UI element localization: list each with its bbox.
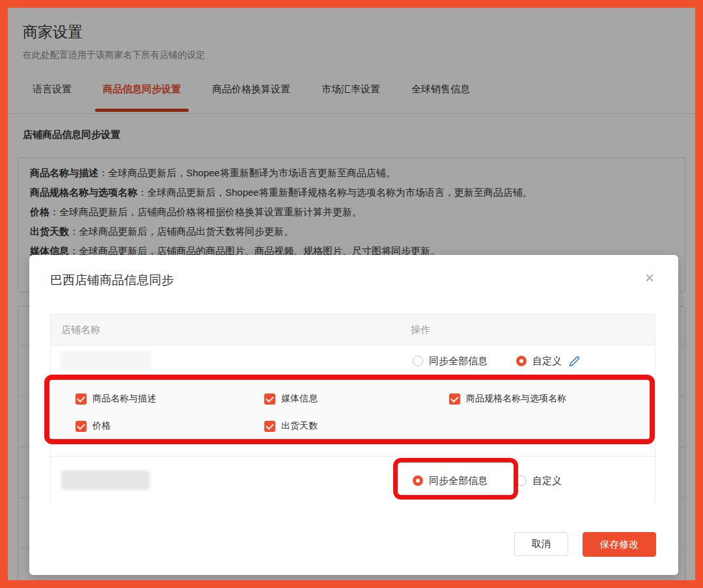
checkbox-checked-icon[interactable]	[76, 394, 87, 405]
store-sync-table: 店铺名称 操作 同步全部信息 自定义	[50, 314, 655, 504]
radio-selected-icon[interactable]	[516, 356, 527, 366]
row1-action-options: 同步全部信息 自定义	[413, 345, 580, 377]
close-icon[interactable]: ✕	[644, 272, 655, 284]
table-header: 店铺名称 操作	[51, 315, 655, 345]
custom-sync-checkbox-panel: 商品名称与描述 媒体信息 商品规格名称与选项名称 价格 出货天数	[51, 377, 655, 438]
row2-radio-custom[interactable]: 自定义	[516, 475, 562, 487]
checkbox-checked-icon[interactable]	[76, 421, 87, 432]
checkbox-media-info[interactable]: 媒体信息	[264, 393, 318, 405]
checkbox-variation-option-names[interactable]: 商品规格名称与选项名称	[449, 393, 566, 405]
row2-radio-sync-all[interactable]: 同步全部信息	[413, 475, 488, 487]
table-row-store-2: 同步全部信息 自定义	[51, 456, 655, 505]
save-changes-button[interactable]: 保存修改	[583, 532, 656, 557]
checkbox-days-to-ship[interactable]: 出货天数	[264, 420, 318, 432]
modal-footer: 取消 保存修改	[514, 532, 656, 557]
store-name-redacted	[60, 351, 151, 369]
column-header-action: 操作	[411, 315, 430, 345]
row2-action-options: 同步全部信息 自定义	[413, 457, 562, 505]
column-header-store-name: 店铺名称	[61, 315, 100, 345]
checkbox-price[interactable]: 价格	[76, 420, 111, 432]
checkbox-checked-icon[interactable]	[264, 394, 275, 405]
checkbox-name-description[interactable]: 商品名称与描述	[76, 393, 156, 405]
row1-radio-sync-all[interactable]: 同步全部信息	[413, 355, 488, 368]
modal-title: 巴西店铺商品信息同步	[50, 272, 174, 289]
table-row-store-1: 同步全部信息 自定义	[51, 345, 655, 377]
radio-unselected-icon[interactable]	[413, 356, 423, 366]
radio-selected-icon[interactable]	[413, 475, 423, 486]
checkbox-checked-icon[interactable]	[449, 394, 460, 405]
checkbox-checked-icon[interactable]	[264, 421, 275, 432]
cancel-button[interactable]: 取消	[514, 532, 568, 556]
row1-radio-custom[interactable]: 自定义	[516, 355, 580, 368]
edit-pencil-icon[interactable]	[569, 356, 580, 367]
brazil-store-sync-modal: 巴西店铺商品信息同步 ✕ 店铺名称 操作 同步全部信息 自定义	[29, 255, 678, 575]
store-name-redacted	[61, 470, 150, 490]
screenshot-root: 商家设置 在此处配置适用于该商家名下所有店铺的设定 语言设置 商品信息同步设置 …	[0, 0, 703, 588]
radio-unselected-icon[interactable]	[516, 475, 527, 486]
